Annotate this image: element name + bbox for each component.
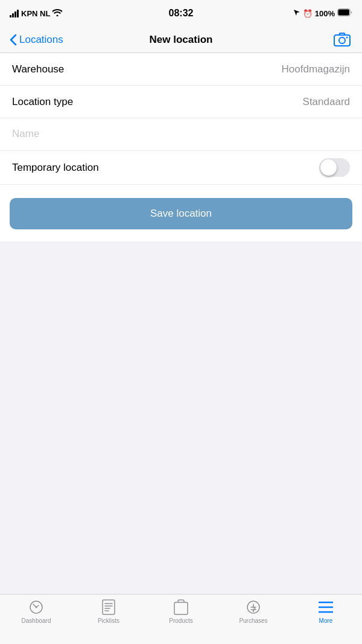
tab-bar: Dashboard Picklists bbox=[0, 594, 362, 644]
status-right: ⏰ 100% bbox=[293, 8, 352, 18]
name-row[interactable] bbox=[0, 118, 362, 151]
svg-point-6 bbox=[36, 607, 37, 608]
page-main: Warehouse Hoofdmagazijn Location type St… bbox=[0, 53, 362, 644]
location-type-row[interactable]: Location type Standaard bbox=[0, 86, 362, 118]
alarm-icon: ⏰ bbox=[303, 9, 313, 18]
warehouse-value: Hoofdmagazijn bbox=[282, 63, 350, 75]
temporary-location-label: Temporary location bbox=[12, 162, 99, 174]
purchases-tab-label: Purchases bbox=[239, 617, 267, 624]
svg-point-4 bbox=[346, 36, 348, 38]
toggle-slider bbox=[319, 158, 350, 177]
tab-item-picklists[interactable]: Picklists bbox=[72, 599, 145, 624]
products-tab-label: Products bbox=[169, 617, 192, 624]
temporary-location-toggle[interactable] bbox=[319, 158, 350, 177]
purchases-icon bbox=[246, 599, 261, 615]
picklists-icon bbox=[101, 599, 116, 615]
battery-percent: 100% bbox=[315, 9, 335, 18]
picklists-tab-label: Picklists bbox=[98, 617, 119, 624]
back-button[interactable]: Locations bbox=[10, 34, 63, 46]
dashboard-icon bbox=[28, 599, 44, 615]
dashboard-tab-label: Dashboard bbox=[22, 617, 51, 624]
tab-item-more[interactable]: More bbox=[290, 599, 362, 624]
form-section: Warehouse Hoofdmagazijn Location type St… bbox=[0, 53, 362, 241]
signal-icon bbox=[10, 9, 19, 18]
svg-point-3 bbox=[339, 37, 345, 43]
more-tab-label: More bbox=[319, 617, 333, 624]
status-time: 08:32 bbox=[169, 8, 194, 19]
tab-item-purchases[interactable]: Purchases bbox=[217, 599, 290, 624]
page-title: New location bbox=[150, 34, 213, 46]
svg-rect-12 bbox=[174, 602, 188, 614]
wifi-icon bbox=[52, 9, 62, 18]
back-label: Locations bbox=[19, 34, 63, 46]
temporary-location-row: Temporary location bbox=[0, 151, 362, 185]
warehouse-row[interactable]: Warehouse Hoofdmagazijn bbox=[0, 53, 362, 86]
carrier-label: KPN NL bbox=[21, 9, 50, 18]
camera-button[interactable] bbox=[332, 30, 352, 50]
warehouse-label: Warehouse bbox=[12, 63, 64, 75]
location-type-value: Standaard bbox=[303, 96, 350, 108]
status-bar: KPN NL 08:32 ⏰ 100% bbox=[0, 0, 362, 27]
save-btn-container: Save location bbox=[0, 186, 362, 241]
name-input[interactable] bbox=[12, 128, 350, 140]
empty-space bbox=[0, 241, 362, 483]
products-icon bbox=[173, 599, 189, 615]
tab-item-dashboard[interactable]: Dashboard bbox=[0, 599, 72, 624]
svg-rect-1 bbox=[338, 10, 350, 16]
tab-item-products[interactable]: Products bbox=[145, 599, 217, 624]
nav-bar: Locations New location bbox=[0, 27, 362, 53]
location-type-label: Location type bbox=[12, 96, 73, 108]
battery-icon bbox=[337, 8, 352, 18]
svg-rect-2 bbox=[334, 35, 350, 46]
status-left: KPN NL bbox=[10, 9, 62, 18]
save-location-button[interactable]: Save location bbox=[10, 198, 352, 229]
location-arrow-icon bbox=[293, 9, 300, 18]
svg-rect-7 bbox=[103, 600, 115, 614]
more-icon bbox=[318, 599, 334, 615]
